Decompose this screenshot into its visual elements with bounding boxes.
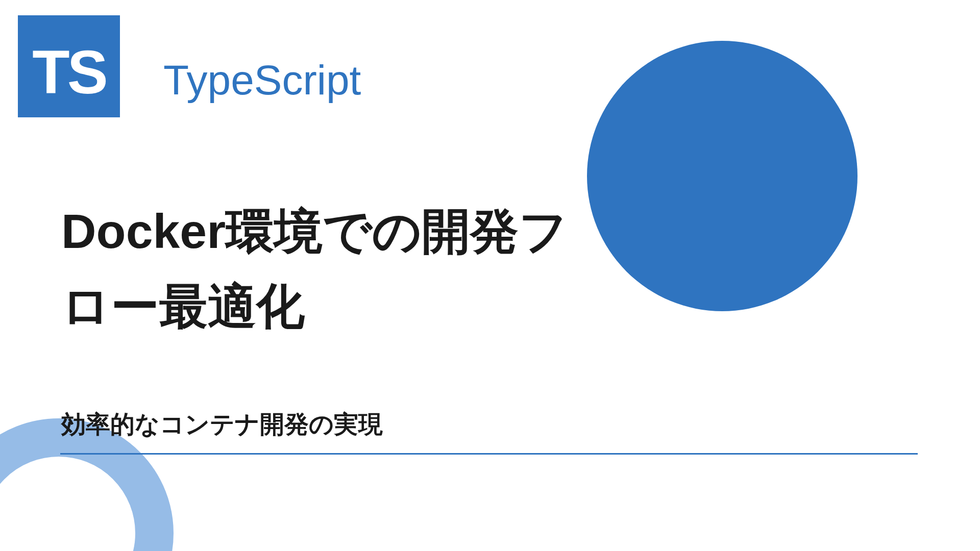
logo-text: TS xyxy=(32,37,105,107)
title-underline xyxy=(60,453,918,455)
typescript-logo: TS xyxy=(18,15,120,117)
decorative-circle-solid xyxy=(587,41,857,311)
brand-title: TypeScript xyxy=(163,56,361,104)
main-title: Docker環境での開発フロー最適化 xyxy=(61,194,572,344)
subtitle: 効率的なコンテナ開発の実現 xyxy=(61,408,383,441)
